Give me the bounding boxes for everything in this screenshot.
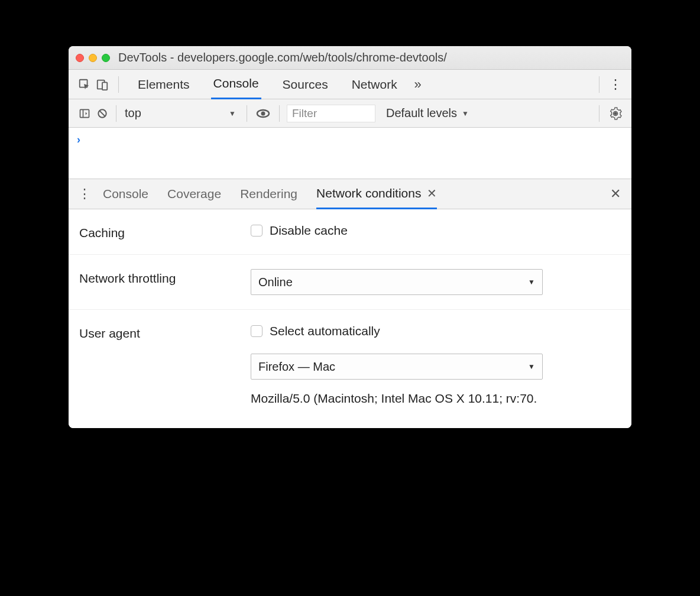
svg-point-8 (261, 111, 265, 115)
clear-console-icon[interactable] (93, 105, 111, 122)
main-tab-bar: Elements Console Sources Network » ⋮ (69, 70, 631, 99)
caret-down-icon: ▼ (528, 278, 535, 286)
filter-input[interactable] (287, 105, 375, 122)
select-auto-label: Select automatically (270, 324, 380, 338)
minimize-window-button[interactable] (89, 54, 97, 62)
select-auto-input[interactable] (251, 325, 262, 337)
context-value: top (125, 106, 141, 120)
drawer-tab-network-conditions[interactable]: Network conditions ✕ (316, 179, 437, 209)
close-window-button[interactable] (76, 54, 84, 62)
svg-point-9 (614, 112, 617, 115)
user-agent-row: User agent Select automatically Firefox … (69, 310, 631, 428)
throttling-select[interactable]: Online ▼ (251, 269, 543, 295)
drawer-tab-bar: ⋮ Console Coverage Rendering Network con… (69, 179, 631, 209)
divider (118, 76, 119, 93)
svg-line-6 (99, 111, 105, 116)
caret-down-icon: ▼ (528, 362, 535, 371)
tab-sources[interactable]: Sources (280, 70, 330, 99)
console-toolbar: top ▼ Default levels ▼ (69, 99, 631, 128)
caret-down-icon: ▼ (229, 109, 236, 118)
console-settings-icon[interactable] (607, 105, 624, 122)
caching-label: Caching (79, 224, 251, 240)
disable-cache-checkbox[interactable]: Disable cache (251, 224, 621, 238)
divider (247, 105, 247, 122)
tab-console[interactable]: Console (211, 70, 261, 99)
levels-label: Default levels (386, 106, 457, 120)
user-agent-string: Mozilla/5.0 (Macintosh; Intel Mac OS X 1… (251, 391, 621, 406)
window-title: DevTools - developers.google.com/web/too… (118, 51, 447, 64)
more-tabs-icon[interactable]: » (409, 76, 427, 93)
traffic-lights (76, 54, 110, 62)
drawer-tab-label: Network conditions (316, 186, 421, 200)
svg-rect-3 (80, 109, 89, 117)
close-tab-icon[interactable]: ✕ (427, 186, 437, 200)
user-agent-select[interactable]: Firefox — Mac ▼ (251, 354, 543, 380)
network-conditions-panel: Caching Disable cache Network throttling… (69, 209, 631, 428)
tab-elements[interactable]: Elements (135, 70, 192, 99)
caching-row: Caching Disable cache (69, 209, 631, 255)
console-output[interactable]: › (69, 128, 631, 179)
divider (599, 105, 599, 122)
divider (116, 105, 116, 122)
user-agent-value: Firefox — Mac (258, 360, 335, 374)
caret-down-icon: ▼ (462, 109, 469, 118)
throttling-value: Online (258, 276, 293, 289)
device-toolbar-icon[interactable] (93, 76, 111, 93)
titlebar: DevTools - developers.google.com/web/too… (69, 46, 631, 70)
divider (279, 105, 280, 122)
live-expression-icon[interactable] (254, 105, 272, 122)
tab-network[interactable]: Network (349, 70, 400, 99)
throttling-label: Network throttling (79, 269, 251, 286)
divider (599, 76, 599, 93)
drawer-tab-rendering[interactable]: Rendering (240, 179, 297, 209)
toggle-sidebar-icon[interactable] (76, 105, 93, 122)
disable-cache-label: Disable cache (270, 224, 348, 238)
drawer-tab-console[interactable]: Console (103, 179, 148, 209)
maximize-window-button[interactable] (102, 54, 110, 62)
context-select[interactable]: top ▼ (121, 106, 239, 120)
svg-rect-2 (102, 82, 107, 90)
devtools-window: DevTools - developers.google.com/web/too… (69, 46, 631, 428)
console-prompt-icon: › (77, 134, 80, 145)
throttling-row: Network throttling Online ▼ (69, 255, 631, 310)
close-drawer-icon[interactable]: ✕ (607, 185, 624, 203)
more-options-icon[interactable]: ⋮ (607, 76, 624, 93)
select-auto-checkbox[interactable]: Select automatically (251, 324, 621, 338)
drawer-more-icon[interactable]: ⋮ (76, 185, 93, 203)
user-agent-label: User agent (79, 324, 251, 341)
drawer-tab-coverage[interactable]: Coverage (167, 179, 221, 209)
inspect-element-icon[interactable] (76, 76, 93, 93)
disable-cache-input[interactable] (251, 225, 262, 237)
log-levels-select[interactable]: Default levels ▼ (386, 106, 469, 120)
